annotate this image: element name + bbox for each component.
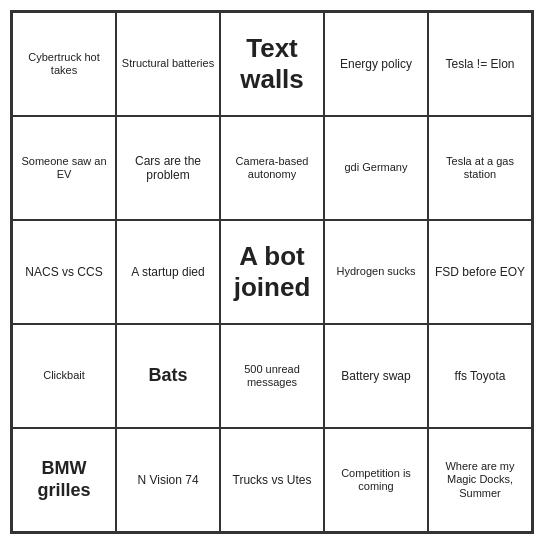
cell-r2c0[interactable]: NACS vs CCS <box>12 220 116 324</box>
cell-r1c3[interactable]: gdi Germany <box>324 116 428 220</box>
cell-r4c2[interactable]: Trucks vs Utes <box>220 428 324 532</box>
cell-r4c1[interactable]: N Vision 74 <box>116 428 220 532</box>
cell-r0c2[interactable]: Text walls <box>220 12 324 116</box>
cell-r1c2[interactable]: Camera-based autonomy <box>220 116 324 220</box>
cell-r2c3[interactable]: Hydrogen sucks <box>324 220 428 324</box>
cell-r1c0[interactable]: Someone saw an EV <box>12 116 116 220</box>
cell-r0c0[interactable]: Cybertruck hot takes <box>12 12 116 116</box>
cell-r0c1[interactable]: Structural batteries <box>116 12 220 116</box>
cell-r2c1[interactable]: A startup died <box>116 220 220 324</box>
cell-r4c0[interactable]: BMW grilles <box>12 428 116 532</box>
cell-r3c1[interactable]: Bats <box>116 324 220 428</box>
cell-r3c3[interactable]: Battery swap <box>324 324 428 428</box>
cell-r4c4[interactable]: Where are my Magic Docks, Summer <box>428 428 532 532</box>
cell-r0c4[interactable]: Tesla != Elon <box>428 12 532 116</box>
cell-r1c1[interactable]: Cars are the problem <box>116 116 220 220</box>
cell-r3c2[interactable]: 500 unread messages <box>220 324 324 428</box>
cell-r0c3[interactable]: Energy policy <box>324 12 428 116</box>
cell-r3c0[interactable]: Clickbait <box>12 324 116 428</box>
cell-r4c3[interactable]: Competition is coming <box>324 428 428 532</box>
cell-r2c2[interactable]: A bot joined <box>220 220 324 324</box>
cell-r2c4[interactable]: FSD before EOY <box>428 220 532 324</box>
bingo-board: Cybertruck hot takesStructural batteries… <box>10 10 534 534</box>
cell-r1c4[interactable]: Tesla at a gas station <box>428 116 532 220</box>
cell-r3c4[interactable]: ffs Toyota <box>428 324 532 428</box>
